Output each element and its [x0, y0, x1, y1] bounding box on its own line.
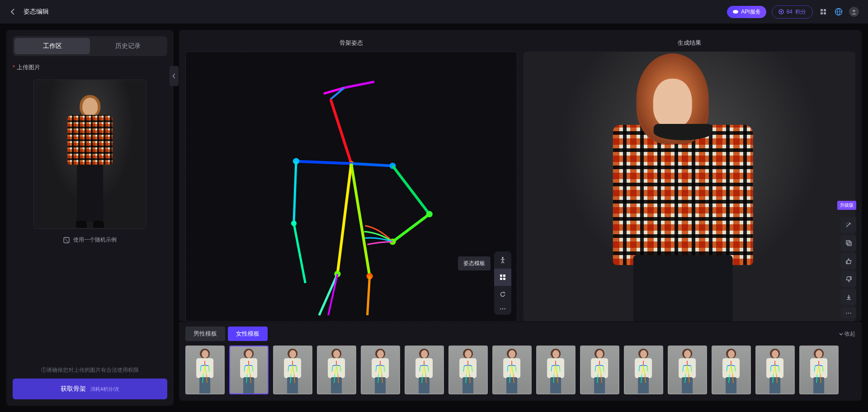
pose-tool-body-icon[interactable] — [494, 251, 511, 269]
svg-point-43 — [504, 308, 505, 309]
api-service-button[interactable]: API服务 — [727, 6, 766, 18]
user-avatar-icon[interactable] — [849, 7, 859, 17]
svg-line-146 — [642, 375, 642, 383]
globe-icon[interactable] — [834, 7, 844, 17]
svg-line-172 — [775, 365, 777, 375]
svg-line-56 — [203, 375, 203, 383]
template-thumb[interactable] — [536, 346, 576, 394]
topbar-left: 姿态编辑 — [9, 8, 49, 16]
svg-line-141 — [644, 365, 647, 366]
svg-line-52 — [201, 366, 201, 372]
svg-line-108 — [467, 365, 468, 375]
svg-line-150 — [688, 365, 691, 366]
svg-line-127 — [556, 365, 557, 375]
svg-line-118 — [512, 365, 514, 375]
template-thumb[interactable] — [229, 346, 269, 394]
svg-rect-5 — [821, 12, 823, 14]
svg-line-106 — [464, 366, 464, 372]
topbar: 姿态编辑 API服务 84 积分 — [0, 0, 868, 24]
template-thumb[interactable] — [799, 346, 839, 394]
svg-line-171 — [774, 365, 775, 375]
template-thumb[interactable] — [361, 346, 400, 394]
svg-line-134 — [604, 366, 604, 372]
template-thumb[interactable] — [755, 346, 795, 394]
svg-line-16 — [330, 99, 351, 163]
svg-rect-40 — [503, 278, 505, 280]
sidebar-collapse-handle[interactable] — [170, 66, 179, 86]
svg-line-64 — [249, 365, 250, 375]
gender-tabs: 男性模板 女性模板 — [185, 327, 268, 341]
svg-line-176 — [815, 365, 819, 366]
svg-line-114 — [512, 365, 516, 366]
template-thumb[interactable] — [712, 346, 751, 394]
tool-copy-icon[interactable] — [841, 235, 856, 251]
svg-point-0 — [733, 10, 738, 14]
upgrade-badge[interactable]: 升级版 — [837, 201, 856, 210]
tool-download-icon[interactable] — [841, 289, 856, 305]
back-arrow-icon[interactable] — [9, 8, 17, 16]
result-toolbar — [841, 217, 856, 321]
svg-rect-38 — [503, 275, 505, 277]
tool-enhance-icon[interactable] — [841, 217, 856, 232]
get-skeleton-button[interactable]: 获取骨架 消耗4积分/次 — [13, 379, 167, 399]
tool-thumbs-up-icon[interactable] — [841, 253, 856, 269]
apps-icon[interactable] — [818, 7, 828, 17]
svg-line-142 — [639, 366, 640, 372]
template-thumb[interactable] — [405, 346, 444, 394]
svg-line-92 — [378, 375, 379, 383]
svg-line-65 — [247, 375, 247, 383]
svg-line-60 — [249, 365, 253, 366]
template-thumb[interactable] — [580, 346, 619, 394]
svg-line-74 — [291, 375, 291, 383]
template-thumb[interactable] — [448, 346, 488, 394]
sidebar: 工作区 历史记录 *上传图片 使用一个随机示例 — [6, 30, 174, 406]
svg-line-131 — [596, 365, 599, 366]
svg-line-98 — [428, 366, 429, 372]
credits-button[interactable]: 84 积分 — [772, 5, 813, 19]
pose-template-tooltip: 姿态模板 — [458, 256, 491, 270]
svg-line-113 — [508, 365, 512, 366]
tab-history[interactable]: 历史记录 — [90, 38, 165, 54]
svg-line-124 — [552, 366, 552, 372]
svg-line-116 — [516, 366, 516, 372]
template-thumb[interactable] — [668, 346, 707, 394]
svg-line-126 — [554, 365, 556, 375]
svg-line-120 — [514, 375, 514, 383]
tool-thumbs-down-icon[interactable] — [841, 271, 856, 287]
svg-line-177 — [819, 365, 823, 366]
skeleton-canvas[interactable]: 姿态模板 — [185, 52, 517, 322]
template-thumb[interactable] — [185, 346, 225, 394]
svg-line-145 — [644, 365, 645, 375]
svg-line-55 — [205, 365, 207, 375]
tool-more-icon[interactable] — [841, 308, 856, 318]
content: 骨架姿态 — [179, 30, 862, 406]
collapse-strip-button[interactable]: 收起 — [839, 330, 855, 338]
svg-line-75 — [294, 375, 295, 383]
random-example-button[interactable]: 使用一个随机示例 — [13, 236, 167, 244]
result-image — [524, 52, 855, 322]
svg-line-115 — [508, 366, 508, 372]
template-thumb[interactable] — [273, 346, 312, 394]
svg-line-66 — [250, 375, 251, 383]
svg-line-173 — [773, 375, 774, 383]
svg-line-129 — [557, 375, 558, 383]
svg-point-48 — [850, 313, 851, 313]
tab-workspace[interactable]: 工作区 — [14, 38, 90, 54]
tab-male-template[interactable]: 男性模板 — [185, 327, 225, 341]
pose-tool-templates-icon[interactable] — [494, 269, 511, 286]
upload-preview[interactable] — [33, 80, 146, 229]
template-thumb[interactable] — [492, 346, 532, 394]
main-area: 工作区 历史记录 *上传图片 使用一个随机示例 — [0, 24, 868, 412]
tab-female-template[interactable]: 女性模板 — [228, 327, 268, 341]
svg-line-133 — [595, 366, 596, 372]
template-thumb[interactable] — [317, 346, 356, 394]
pose-tool-reset-icon[interactable] — [494, 286, 511, 303]
svg-line-102 — [426, 375, 426, 383]
chevron-down-icon — [839, 332, 843, 336]
template-thumb[interactable] — [624, 346, 663, 394]
svg-line-165 — [733, 375, 733, 383]
pose-tool-more-icon[interactable] — [494, 303, 511, 315]
svg-line-128 — [554, 375, 554, 383]
svg-line-119 — [510, 375, 510, 383]
svg-line-99 — [423, 365, 424, 375]
